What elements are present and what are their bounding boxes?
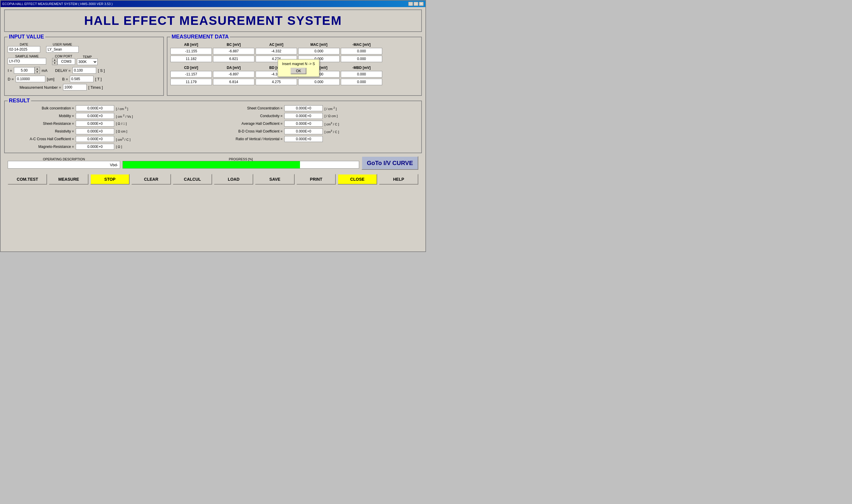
goto-iv-curve-button[interactable]: GoTo I/V CURVE [362,156,418,170]
ratio-input[interactable] [284,136,323,142]
cell-neg-mac-1[interactable] [341,48,382,54]
thickness-unit: [um] [47,77,54,81]
conductivity-row: Conductivity = [ / Ω cm ] [217,113,417,119]
cell-da-1[interactable] [213,71,254,77]
com-up-arrow[interactable]: ▲ [52,58,57,61]
current-down[interactable]: ▼ [35,70,40,74]
sheet-res-input[interactable] [76,121,114,127]
measure-button[interactable]: MEASURE [49,174,88,184]
cell-bc-2[interactable] [213,56,254,62]
com-down-arrow[interactable]: ▼ [52,61,57,65]
cell-mbd-2[interactable] [298,79,340,85]
help-button[interactable]: HELP [379,174,418,184]
temp-label: TEMP [77,55,97,58]
mobility-input[interactable] [76,113,114,119]
meas-num-unit: [ Times ] [88,85,103,90]
calcul-button[interactable]: CALCUL [173,174,212,184]
thickness-field-row: D = [um] B = [ T ] [8,76,160,82]
cell-ab-1[interactable] [170,48,212,54]
cell-ab-2[interactable] [170,56,212,62]
cell-bc-1[interactable] [213,48,254,54]
sample-input[interactable] [8,58,46,65]
bulk-conc-unit: [ / cm 3 ] [116,106,128,111]
current-up[interactable]: ▲ [35,67,40,70]
col-ab: AB [mV] [170,42,212,47]
panels-row: INPUT VALUE DATE USER NAME SAMPLE NA [4,34,422,96]
load-button[interactable]: LOAD [214,174,253,184]
clear-button[interactable]: CLEAR [131,174,171,184]
op-desc-section: OPERATING DESCRIPTION [8,157,120,168]
field-b-input[interactable] [70,76,93,82]
avg-hall-input[interactable] [284,121,323,127]
resistivity-input[interactable] [76,128,114,134]
op-desc-input[interactable] [8,161,120,168]
bulk-conc-label: Bulk concentration = [9,106,74,110]
bd-cross-input[interactable] [284,128,323,134]
sample-col: SAMPLE NAME [8,54,46,65]
thickness-input[interactable] [16,76,45,82]
com-test-button[interactable]: COM.TEST [8,174,47,184]
cell-cd-1[interactable] [170,71,212,77]
meas-data-row4 [170,79,418,85]
close-window-button[interactable]: ✕ [419,2,424,6]
delay-unit: [ S ] [98,68,105,73]
minimize-button[interactable]: _ [408,2,413,6]
username-input[interactable] [46,46,79,53]
username-col: USER NAME [46,42,79,53]
resistivity-unit: [ Ω cm ] [116,129,127,133]
result-title: RESULT [8,97,31,104]
com-input[interactable] [57,58,75,65]
result-left-col: Bulk concentration = [ / cm 3 ] Mobility… [9,105,209,150]
cell-mac-1[interactable] [298,48,340,54]
cell-cd-2[interactable] [170,79,212,85]
conductivity-input[interactable] [284,113,323,119]
bulk-conc-input[interactable] [76,105,114,111]
cell-ac-1[interactable] [256,48,297,54]
date-input[interactable] [8,46,40,53]
sheet-conc-label: Sheet Concentration = [217,106,283,110]
ratio-row: Ratio of Vertical / Horizontal = [217,136,417,142]
current-input[interactable] [14,67,35,74]
tooltip-ok-button[interactable]: OK [290,68,306,74]
progress-label: PROGRESS [%] [123,157,359,161]
avg-hall-row: Average Hall Coefficient = [ cm3 / C ] [217,121,417,127]
bd-cross-row: B-D Cross Hall Coefficient = [ cm3 / C ] [217,128,417,134]
meas-num-input[interactable] [63,84,87,90]
temp-col: TEMP 300K [77,55,97,65]
result-panel: RESULT Bulk concentration = [ / cm 3 ] M… [4,101,422,153]
sheet-res-label: Sheet-Resistance = [9,122,74,126]
cell-neg-mbd-1[interactable] [341,71,382,77]
sheet-conc-input[interactable] [284,105,323,111]
temp-select[interactable]: 300K [77,58,97,65]
close-button[interactable]: CLOSE [338,174,377,184]
print-button[interactable]: PRINT [296,174,336,184]
col-neg-mbd: -MBD [mV] [341,66,382,70]
bd-cross-label: B-D Cross Hall Coefficient = [217,129,283,133]
cell-neg-mbd-2[interactable] [341,79,382,85]
maximize-button[interactable]: □ [414,2,418,6]
resistivity-row: Resistivity = [ Ω cm ] [9,128,209,134]
delay-input[interactable] [72,67,96,74]
col-neg-mac: -MAC [mV] [341,42,382,47]
conductivity-label: Conductivity = [217,114,283,118]
meas-headers-1: AB [mV] BC [mV] AC [mV] MAC [mV] -MAC [m… [170,42,418,47]
current-arrows[interactable]: ▲ ▼ [35,67,40,74]
mobility-row: Mobility = [ cm 2 / Vs ] [9,113,209,119]
current-spinbox: ▲ ▼ [14,67,40,74]
result-grid: Bulk concentration = [ / cm 3 ] Mobility… [9,105,417,150]
ac-cross-input[interactable] [76,136,114,142]
stop-button[interactable]: STOP [90,174,130,184]
mobility-label: Mobility = [9,114,74,118]
magneto-input[interactable] [76,144,114,150]
save-button[interactable]: SAVE [255,174,294,184]
current-label: I = [8,68,12,73]
com-arrows[interactable]: ▲ ▼ [52,58,57,65]
col-bc: BC [mV] [213,42,254,47]
cell-da-2[interactable] [213,79,254,85]
col-mac: MAC [mV] [298,42,340,47]
avg-hall-label: Average Hall Coefficient = [217,122,283,126]
current-delay-row: I = ▲ ▼ mA DELAY = [ S ] [8,67,160,74]
tooltip-text: Insert magnet N -> S [282,62,315,66]
cell-neg-mac-2[interactable] [341,56,382,62]
cell-bd-2[interactable] [256,79,297,85]
